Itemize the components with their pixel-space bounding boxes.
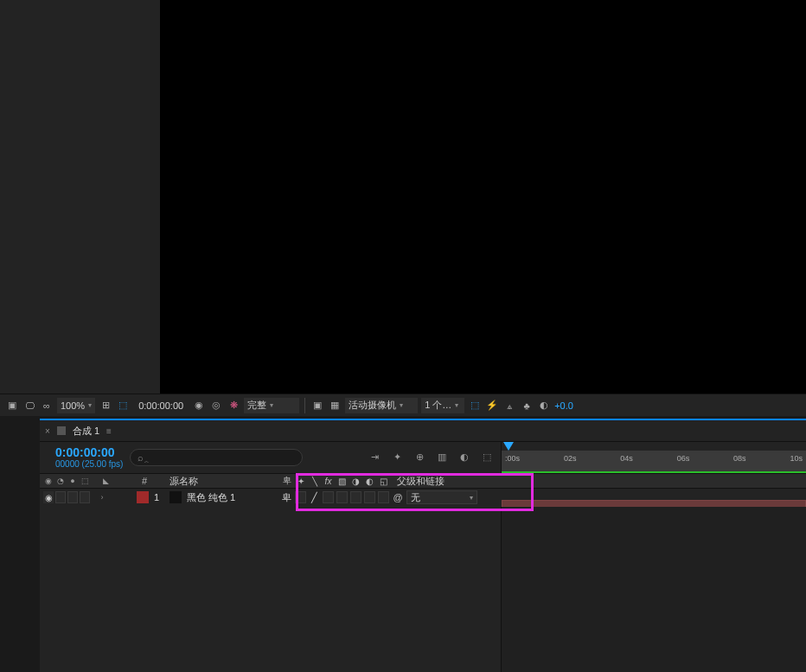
collapse-col-icon[interactable]: ✦	[295, 476, 306, 487]
graph-editor-icon[interactable]: ⬚	[480, 451, 494, 464]
frame-blend-icon[interactable]: ▥	[435, 451, 449, 464]
close-tab-icon[interactable]: ×	[45, 426, 50, 436]
column-header-left: ◉ ◔ ● ⬚ ◣ # 源名称 卑 ✦ ╲ fx ▧ ◑ ◐	[40, 475, 501, 488]
search-icon: ⌕⁔	[138, 452, 150, 463]
time-row-left: 0:00:00:00 00000 (25.00 fps) ⌕⁔ ⇥ ✦ ⊕ ▥ …	[40, 446, 501, 469]
chevron-down-icon: ▾	[455, 401, 458, 409]
zoom-select[interactable]: 100% ▾	[57, 398, 95, 413]
adjustment-col-icon[interactable]: ◐	[364, 476, 375, 487]
color-mgmt-icon[interactable]: ❋	[227, 399, 240, 413]
video-toggle-icon[interactable]: ◉	[43, 491, 54, 503]
pixel-aspect-icon[interactable]: ⬚	[468, 399, 482, 413]
layer-row[interactable]: ◉ › 1 黑色 纯色 1 卑 ╱	[40, 489, 806, 506]
source-name-header[interactable]: 源名称	[164, 475, 198, 488]
frame-fps: 00000 (25.00 fps)	[55, 459, 123, 469]
3d-col-icon[interactable]: ◱	[378, 476, 389, 487]
chevron-down-icon: ▾	[470, 494, 473, 502]
shy-toggle-icon[interactable]: ⊕	[413, 451, 426, 464]
draft3d-icon[interactable]: ✦	[390, 451, 404, 464]
layer-collapse-switch[interactable]	[295, 491, 306, 503]
comp-tab-name[interactable]: 合成 1	[73, 425, 99, 438]
layers-empty-left[interactable]	[40, 507, 501, 672]
label-header-icon[interactable]: ◣	[100, 476, 111, 486]
index-header[interactable]: #	[137, 476, 152, 486]
camera-select[interactable]: 活动摄像机 ▾	[345, 398, 418, 413]
layer-name[interactable]: 黑色 纯色 1	[182, 491, 235, 504]
timeline-tabbar: × 合成 1 ≡	[40, 420, 806, 442]
fast-preview-icon[interactable]: ⚡	[485, 399, 499, 413]
shy-col-icon[interactable]: 卑	[281, 476, 292, 487]
viewer-toolbar: ▣ 🖵 ∞ 100% ▾ ⊞ ⬚ 0:00:00:00 ◉ ◎ ❋ 完整 ▾ ▣…	[0, 394, 806, 416]
cached-frames-bar	[502, 471, 806, 473]
project-panel-gutter	[0, 0, 160, 394]
timeline-panel: × 合成 1 ≡ 0:00:00:00 00000 (25.00 fps) ⌕⁔…	[40, 419, 806, 672]
safe-zones-icon[interactable]: ⬚	[116, 399, 130, 413]
lock-header-icon[interactable]: ⬚	[80, 476, 90, 486]
grid-icon[interactable]: ⊞	[99, 399, 112, 413]
viewer-timecode[interactable]: 0:00:00:00	[133, 400, 189, 411]
solo-header-icon[interactable]: ●	[67, 476, 78, 486]
motionblur-col-icon[interactable]: ◑	[350, 476, 361, 487]
roi-icon[interactable]: ▣	[310, 399, 324, 413]
tick: 10s	[790, 454, 803, 463]
comp-chip-icon	[57, 426, 66, 435]
channel-icon[interactable]: ◎	[209, 399, 223, 413]
mask-icon[interactable]: ∞	[40, 399, 54, 413]
transparency-grid-icon[interactable]: ▦	[328, 399, 342, 413]
timeline-icon[interactable]: ⟁	[502, 399, 516, 413]
quality-col-icon[interactable]: ╲	[309, 476, 320, 487]
time-display[interactable]: 0:00:00:00 00000 (25.00 fps)	[55, 446, 123, 469]
time-ruler[interactable]: :00s 02s 04s 06s 08s 10s	[501, 442, 806, 473]
views-select[interactable]: 1 个… ▾	[421, 398, 464, 413]
magnify-ratio-icon[interactable]: ▣	[5, 399, 19, 413]
tick: 06s	[677, 454, 690, 463]
resolution-select[interactable]: 完整 ▾	[244, 398, 299, 413]
expand-layer-icon[interactable]: ›	[97, 493, 107, 502]
comp-mini-flowchart-icon[interactable]: ⇥	[368, 451, 381, 464]
video-header-icon[interactable]: ◉	[43, 476, 54, 486]
layer-fx-switch[interactable]	[323, 491, 334, 503]
camera-value: 活动摄像机	[349, 399, 396, 412]
playhead[interactable]	[503, 442, 514, 452]
reset-exposure-icon[interactable]: ◐	[537, 399, 551, 413]
column-header-row: ◉ ◔ ● ⬚ ◣ # 源名称 卑 ✦ ╲ fx ▧ ◑ ◐	[40, 473, 806, 489]
audio-toggle[interactable]	[55, 491, 66, 503]
tab-menu-icon[interactable]: ≡	[106, 426, 112, 436]
tick: 02s	[564, 454, 577, 463]
frameblend-col-icon[interactable]: ▧	[336, 476, 348, 487]
layer-av-toggles: ◉ ›	[40, 491, 137, 503]
upper-area	[0, 0, 806, 394]
audio-header-icon[interactable]: ◔	[55, 476, 66, 486]
layer-frameblend-switch[interactable]	[336, 491, 348, 503]
layer-adjustment-switch[interactable]	[364, 491, 375, 503]
chevron-down-icon: ▾	[88, 401, 92, 409]
tick: 04s	[620, 454, 633, 463]
layers-empty-area	[40, 507, 806, 672]
layer-motionblur-switch[interactable]	[350, 491, 361, 503]
layer-3d-switch[interactable]	[378, 491, 389, 503]
fx-col-icon[interactable]: fx	[323, 476, 334, 487]
layer-label-color[interactable]	[137, 491, 149, 503]
switches-header: 卑 ✦ ╲ fx ▧ ◑ ◐ ◱ 父级和链接	[276, 475, 501, 488]
solo-toggle[interactable]	[67, 491, 78, 503]
lock-toggle[interactable]	[80, 491, 90, 503]
parent-select[interactable]: 无 ▾	[406, 490, 477, 504]
composition-viewer[interactable]	[160, 0, 806, 394]
layer-quality-switch[interactable]: ╱	[309, 492, 320, 503]
motion-blur-icon[interactable]: ◐	[457, 451, 471, 464]
parent-pickwhip-icon[interactable]: @	[392, 492, 404, 502]
snapshot-icon[interactable]: ◉	[192, 399, 206, 413]
app-root: ▣ 🖵 ∞ 100% ▾ ⊞ ⬚ 0:00:00:00 ◉ ◎ ❋ 完整 ▾ ▣…	[0, 0, 806, 672]
divider	[304, 398, 305, 413]
work-area-bar[interactable]	[502, 442, 806, 451]
current-timecode[interactable]: 0:00:00:00	[55, 446, 123, 459]
parent-link-header[interactable]: 父级和链接	[397, 475, 445, 488]
av-toggle-headers: ◉ ◔ ● ⬚ ◣	[40, 476, 137, 486]
exposure-value[interactable]: +0.0	[554, 400, 573, 411]
flowchart-icon[interactable]: ♣	[520, 399, 534, 413]
layer-search-input[interactable]: ⌕⁔	[130, 449, 303, 466]
time-row: 0:00:00:00 00000 (25.00 fps) ⌕⁔ ⇥ ✦ ⊕ ▥ …	[40, 442, 806, 473]
monitor-icon[interactable]: 🖵	[22, 399, 36, 413]
layer-shy-icon[interactable]: 卑	[281, 490, 292, 504]
layers-empty-right[interactable]	[501, 507, 806, 672]
